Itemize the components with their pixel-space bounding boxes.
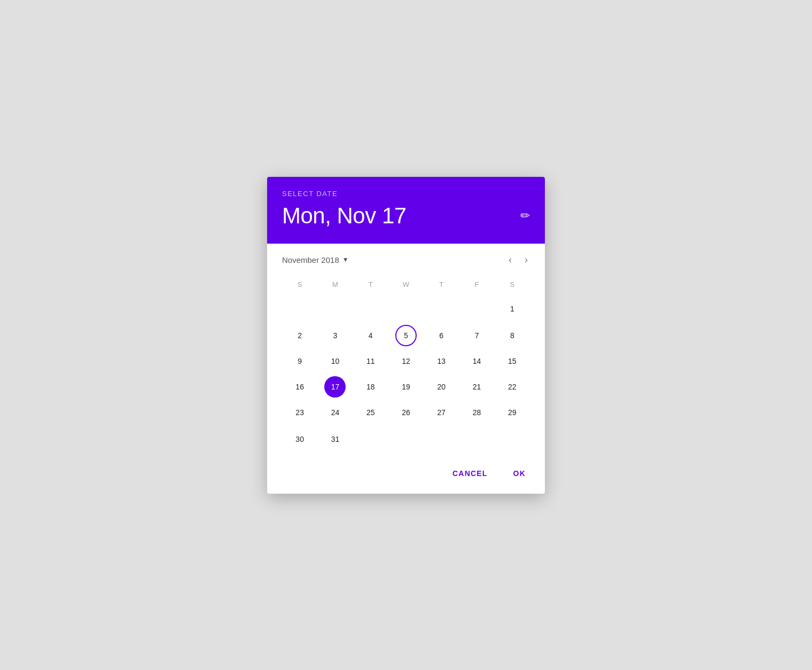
calendar-cell[interactable]: 23 [282,400,317,425]
day-30[interactable]: 30 [289,429,310,450]
empty-day [502,427,523,449]
cancel-button[interactable]: CANCEL [442,464,498,483]
day-header: T [424,276,459,295]
calendar-cell[interactable]: 22 [495,374,530,400]
calendar-cell[interactable]: 31 [317,425,353,453]
calendar-cell[interactable]: 27 [424,400,459,425]
calendar-cell[interactable]: 15 [495,348,530,374]
calendar-cell[interactable]: 3 [317,323,353,348]
day-11[interactable]: 11 [360,350,381,372]
day-9[interactable]: 9 [289,350,310,372]
date-picker-dialog: SELECT DATE Mon, Nov 17 ✏ November 2018 … [267,177,545,494]
calendar-cell[interactable]: 20 [424,374,459,400]
empty-day [360,297,381,318]
calendar-cell [282,295,317,323]
calendar-cell[interactable]: 10 [317,348,353,374]
empty-day [395,427,417,449]
empty-day [395,297,417,318]
day-18[interactable]: 18 [360,376,381,398]
day-1[interactable]: 1 [502,298,523,320]
calendar-cell[interactable]: 17 [317,374,353,400]
day-2[interactable]: 2 [289,325,310,346]
calendar-cell[interactable]: 5 [388,323,424,348]
calendar-cell[interactable]: 13 [424,348,459,374]
calendar-cell [388,425,424,453]
day-6[interactable]: 6 [431,325,452,346]
day-grid: SMTWTFS 12345678910111213141516171819202… [282,276,530,453]
day-header: S [282,276,317,295]
day-8[interactable]: 8 [502,325,523,346]
day-25[interactable]: 25 [360,402,381,423]
day-21[interactable]: 21 [466,376,488,398]
calendar-cell[interactable]: 24 [317,400,353,425]
prev-month-button[interactable]: ‹ [506,252,514,268]
calendar-cell[interactable]: 16 [282,374,317,400]
calendar-cell[interactable]: 11 [353,348,388,374]
selected-date-text: Mon, Nov 17 [282,203,407,229]
calendar-body: November 2018 ▼ ‹ › SMTWTFS 123456789101… [267,244,545,457]
empty-day [466,427,488,449]
day-13[interactable]: 13 [431,350,452,372]
calendar-cell[interactable]: 9 [282,348,317,374]
calendar-cell[interactable]: 29 [495,400,530,425]
calendar-cell[interactable]: 19 [388,374,424,400]
calendar-cell[interactable]: 21 [459,374,494,400]
day-27[interactable]: 27 [431,402,452,423]
month-dropdown-arrow: ▼ [342,256,349,263]
selected-date-row: Mon, Nov 17 ✏ [282,203,530,229]
day-header: M [317,276,353,295]
day-header: W [388,276,424,295]
next-month-button[interactable]: › [522,252,530,268]
calendar-cell [353,425,388,453]
calendar-cell[interactable]: 1 [495,295,530,323]
calendar-cell[interactable]: 14 [459,348,494,374]
calendar-cell [353,295,388,323]
calendar-cell [459,295,494,323]
day-5[interactable]: 5 [395,325,417,346]
calendar-cell[interactable]: 4 [353,323,388,348]
calendar-cell[interactable]: 8 [495,323,530,348]
calendar-cell [424,425,459,453]
calendar-cell[interactable]: 26 [388,400,424,425]
edit-icon[interactable]: ✏ [520,209,530,223]
calendar-cell[interactable]: 25 [353,400,388,425]
day-31[interactable]: 31 [324,429,346,450]
calendar-cell[interactable]: 28 [459,400,494,425]
calendar-cell[interactable]: 18 [353,374,388,400]
ok-button[interactable]: OK [503,464,536,483]
calendar-cell [317,295,353,323]
calendar-cell[interactable]: 6 [424,323,459,348]
month-nav-arrows: ‹ › [506,252,530,268]
day-10[interactable]: 10 [324,350,346,372]
dialog-header: SELECT DATE Mon, Nov 17 ✏ [267,177,545,244]
calendar-cell[interactable]: 2 [282,323,317,348]
day-12[interactable]: 12 [395,350,417,372]
day-16[interactable]: 16 [289,376,310,398]
day-26[interactable]: 26 [395,402,417,423]
month-title-text: November 2018 [282,255,339,264]
day-20[interactable]: 20 [431,376,452,398]
day-17[interactable]: 17 [324,376,346,398]
day-29[interactable]: 29 [502,402,523,423]
day-22[interactable]: 22 [502,376,523,398]
day-15[interactable]: 15 [502,350,523,372]
empty-day [431,297,452,318]
empty-day [360,427,381,449]
calendar-cell[interactable]: 12 [388,348,424,374]
month-nav: November 2018 ▼ ‹ › [282,252,530,268]
day-7[interactable]: 7 [466,325,488,346]
calendar-cell [424,295,459,323]
day-28[interactable]: 28 [466,402,488,423]
calendar-cell[interactable]: 7 [459,323,494,348]
empty-day [324,297,346,318]
day-19[interactable]: 19 [395,376,417,398]
day-14[interactable]: 14 [466,350,488,372]
day-3[interactable]: 3 [324,325,346,346]
day-4[interactable]: 4 [360,325,381,346]
day-23[interactable]: 23 [289,402,310,423]
calendar-cell[interactable]: 30 [282,425,317,453]
calendar-cell [459,425,494,453]
month-title-button[interactable]: November 2018 ▼ [282,255,506,264]
day-header: T [353,276,388,295]
day-24[interactable]: 24 [324,402,346,423]
